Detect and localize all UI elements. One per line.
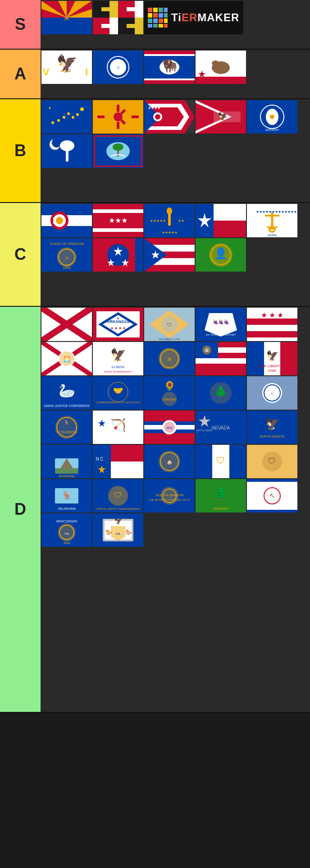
- svg-text:★ ★ ★ ★: ★ ★ ★ ★: [110, 326, 126, 330]
- flag-colorado[interactable]: [41, 204, 92, 237]
- svg-text:NORTH DAKOTA: NORTH DAKOTA: [260, 435, 285, 438]
- flag-florida[interactable]: 🌅: [41, 342, 92, 375]
- svg-rect-75: [117, 105, 119, 112]
- svg-rect-27: [153, 8, 158, 12]
- flag-kentucky[interactable]: 🤝 COMMONWEALTH OF KENTUCKY: [93, 376, 143, 410]
- flag-virgin-islands[interactable]: 🦅 V I: [41, 51, 92, 84]
- flag-rhode-island[interactable]: ★★★★★★★★★★★★★ HOPE: [247, 204, 297, 237]
- flag-south-dakota[interactable]: SOUTH DAKOTA THE MOUNT RUSHMORE STATE: [144, 479, 195, 512]
- flag-nebraska[interactable]: 🏠: [144, 445, 195, 478]
- svg-point-70: [76, 113, 79, 116]
- flag-georgia-state[interactable]: 🏛: [196, 342, 246, 375]
- svg-point-71: [80, 107, 84, 111]
- tier-list: S: [0, 0, 310, 713]
- flag-michigan[interactable]: 🦌 SI QUAERIS: [41, 411, 92, 444]
- flag-missouri[interactable]: MO: [144, 411, 195, 444]
- flag-cross-blue[interactable]: ★★★: [93, 204, 143, 237]
- flag-guam[interactable]: [93, 134, 143, 168]
- flag-puerto-rico[interactable]: [144, 238, 195, 272]
- tier-flags-s: TiERMAKER: [41, 0, 310, 49]
- flag-washington-state[interactable]: 👤: [196, 238, 246, 272]
- flag-south-carolina[interactable]: [41, 134, 92, 168]
- svg-rect-38: [148, 24, 152, 28]
- svg-text:STATE OF OREGON: STATE OF OREGON: [50, 242, 84, 246]
- flag-new-york[interactable]: 🛡: [196, 445, 246, 478]
- flag-wisconsin[interactable]: WISCONSIN 🦡 1848: [41, 513, 92, 547]
- svg-text:🦅: 🦅: [56, 53, 78, 74]
- svg-rect-37: [164, 18, 168, 23]
- svg-rect-195: [247, 331, 297, 337]
- flag-illinois[interactable]: 🦅 ILLINOIS STATE SOVEREIGNTY: [93, 342, 143, 375]
- svg-rect-304: [247, 479, 297, 482]
- flag-blue-seal[interactable]: ☆: [93, 51, 143, 84]
- flag-north-carolina[interactable]: N C: [93, 445, 143, 478]
- svg-text:ARKANSAS: ARKANSAS: [106, 319, 129, 324]
- flag-delaware[interactable]: 🛡 DECEMBER 7, 1787: [144, 308, 195, 341]
- svg-text:OKLAHOMA: OKLAHOMA: [58, 507, 76, 510]
- flag-oklahoma-flag[interactable]: ⚙: [144, 342, 195, 375]
- flag-pennsylvania2[interactable]: 🛡 VIRTUE LIBERTY INDEPENDENCE: [93, 479, 143, 512]
- svg-text:★: ★: [48, 106, 51, 110]
- flag-mississippi[interactable]: MISSISSIPPI: [247, 100, 297, 134]
- svg-text:🏛: 🏛: [205, 348, 209, 353]
- svg-rect-52: [144, 51, 195, 54]
- svg-text:HOPE: HOPE: [268, 234, 277, 237]
- svg-rect-305: [247, 510, 297, 512]
- flag-north-dakota[interactable]: 🦅 NORTH DAKOTA: [247, 411, 297, 444]
- flag-alabama[interactable]: [41, 308, 92, 341]
- svg-text:☆: ☆: [116, 65, 120, 70]
- flag-tennessee[interactable]: [93, 238, 143, 272]
- svg-text:🦢: 🦢: [59, 383, 76, 399]
- flag-texas[interactable]: [196, 204, 246, 237]
- svg-point-69: [72, 116, 74, 119]
- flag-arizona[interactable]: [41, 1, 92, 34]
- svg-text:🛡: 🛡: [216, 456, 225, 466]
- flag-oklahoma[interactable]: 🦌 OKLAHOMA: [41, 479, 92, 512]
- svg-text:🦅: 🦅: [265, 416, 280, 431]
- svg-text:🦡: 🦡: [64, 530, 70, 536]
- flag-indiana[interactable]: ★ ★★★★★ ★★ ★★★★★: [144, 204, 195, 237]
- flag-new-mexico[interactable]: [93, 100, 143, 134]
- svg-point-67: [63, 116, 65, 119]
- svg-text:🦬: 🦬: [162, 58, 178, 73]
- flag-oregon[interactable]: STATE OF OREGON ⚖ 1859: [41, 238, 92, 272]
- flag-minnesota[interactable]: ☆: [247, 376, 297, 410]
- flag-arkansas[interactable]: ARKANSAS ★ ★ ★ ★ ★: [93, 308, 143, 341]
- flag-connecticut[interactable]: 🍇🍇🍇 QUI TRANSTULIT SUSTINET: [196, 308, 246, 341]
- flag-california[interactable]: CALIFORNIA REPUBLIC: [196, 51, 246, 84]
- svg-rect-23: [118, 18, 127, 34]
- svg-text:NEVADA: NEVADA: [212, 425, 230, 430]
- flag-maryland[interactable]: [93, 1, 143, 34]
- svg-text:MO: MO: [167, 426, 173, 430]
- svg-text:🍇🍇🍇: 🍇🍇🍇: [213, 319, 229, 325]
- flag-west-virginia[interactable]: ⛏: [247, 479, 297, 512]
- flag-vermont[interactable]: 🌲 VERMONT: [196, 479, 246, 512]
- svg-text:🛡: 🛡: [167, 323, 172, 328]
- flag-louisiana[interactable]: 🦢 UNION JUSTICE CONFIDENCE: [41, 376, 92, 410]
- svg-text:★: ★: [168, 206, 172, 211]
- flag-montana[interactable]: MONTANA: [41, 445, 92, 478]
- flag-nevada[interactable]: BATTLE BORN NEVADA: [196, 411, 246, 444]
- flag-new-jersey[interactable]: 🛡: [247, 445, 297, 478]
- flag-kansas[interactable]: 🌻 KANSAS: [144, 376, 195, 410]
- svg-text:🦅: 🦅: [114, 517, 123, 525]
- flag-pennsylvania[interactable]: 🐎 🐎 🦅 PA: [93, 513, 143, 547]
- flag-iowa[interactable]: 🦅 OUR LIBERTIES IOWA: [247, 342, 297, 375]
- svg-rect-16: [127, 1, 135, 7]
- svg-point-97: [270, 115, 274, 119]
- flag-dc[interactable]: ★ ★ ★: [247, 308, 297, 341]
- flag-wyoming2[interactable]: 🦅: [196, 100, 246, 134]
- svg-text:🛡: 🛡: [114, 491, 122, 500]
- flag-wyoming[interactable]: 🦬: [144, 51, 195, 84]
- svg-text:★★★★★: ★★★★★: [150, 219, 166, 223]
- flag-massachusetts[interactable]: 🏹: [93, 411, 143, 444]
- svg-text:BATTLE BORN: BATTLE BORN: [197, 429, 213, 432]
- flag-ohio[interactable]: ★★★★: [144, 100, 195, 134]
- tier-row-a: A 🦅 V I ☆: [0, 50, 310, 99]
- flag-maine[interactable]: 🌲: [196, 376, 246, 410]
- svg-rect-24: [127, 18, 135, 24]
- svg-rect-28: [159, 8, 163, 12]
- flag-alaska[interactable]: ★: [41, 100, 92, 134]
- svg-rect-221: [280, 342, 297, 375]
- tier-flags-a: 🦅 V I ☆: [41, 50, 310, 98]
